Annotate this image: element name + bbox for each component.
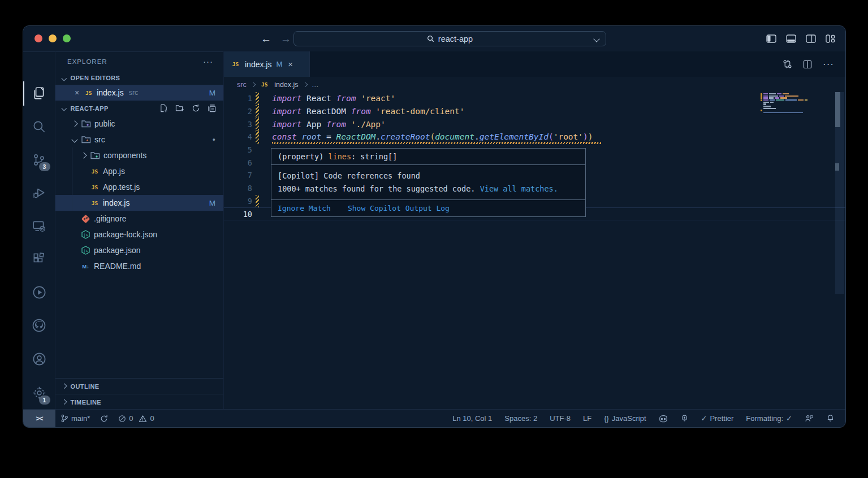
line-number: 8 [224,184,252,193]
code-text: import React from 'react' [259,94,395,103]
tree-item-appjs[interactable]: JS App.js [55,163,223,179]
folder-icon [90,151,100,159]
git-branch-icon [61,414,68,423]
language-mode[interactable]: {}JavaScript [598,410,652,427]
toggle-panel-icon[interactable] [786,34,796,43]
encoding[interactable]: UTF-8 [543,410,577,427]
new-folder-icon[interactable] [175,104,184,112]
open-changes-icon[interactable] [783,59,792,69]
cursor-position[interactable]: Ln 10, Col 1 [446,410,498,427]
notifications-status[interactable] [820,410,841,427]
eol[interactable]: LF [577,410,598,427]
activity-run-debug[interactable] [23,176,55,210]
open-editor-item-indexjs[interactable]: × JS index.js src M [55,85,223,101]
minimize-window-button[interactable] [49,34,57,42]
toggle-secondary-sidebar-icon[interactable] [806,34,816,43]
activity-settings[interactable]: 1 [23,376,55,410]
view-all-matches-link[interactable]: View all matches. [480,184,558,193]
show-copilot-output-link[interactable]: Show Copilot Output Log [348,204,450,212]
code-line[interactable]: 3import App from './App' [224,118,845,131]
timeline-label: TIMELINE [71,399,102,406]
remote-indicator[interactable]: >< [23,410,55,427]
scrollbar-thumb[interactable] [835,92,840,127]
command-center[interactable]: react-app [293,31,606,46]
breadcrumb-src[interactable]: src [237,81,247,89]
tab-bar: JS index.js M × ··· [224,51,845,77]
copilot-status[interactable] [653,410,674,427]
breadcrumb-symbol[interactable]: … [312,81,319,89]
indentation[interactable]: Spaces: 2 [498,410,543,427]
back-arrow-icon[interactable]: ← [261,33,271,45]
scrollbar-track[interactable] [835,92,844,294]
split-editor-icon[interactable] [803,60,812,69]
tree-item-apptestjs[interactable]: JS App.test.js [55,179,223,195]
notifications-extension-status[interactable] [674,410,695,427]
chevron-down-icon [71,136,77,142]
open-editors-header[interactable]: OPEN EDITORS [55,71,223,85]
project-header[interactable]: REACT-APP [55,101,223,116]
activity-accounts[interactable] [23,342,55,376]
code-text: const root = ReactDOM.createRoot(documen… [259,132,593,141]
activity-live-preview[interactable] [23,276,55,309]
new-file-icon[interactable] [159,104,168,112]
files-icon [32,86,46,101]
account-icon [32,351,47,367]
vscode-window: ← → react-app [23,25,846,428]
customize-layout-icon[interactable] [826,34,835,43]
activity-search[interactable] [23,110,55,144]
line-number: 5 [224,145,252,154]
timeline-section[interactable]: TIMELINE [55,394,223,410]
code-line[interactable]: 1import React from 'react' [224,92,845,105]
activity-source-control[interactable]: 3 [23,143,55,176]
breadcrumb[interactable]: src JS index.js … [224,77,845,92]
tree-item-gitignore[interactable]: .gitignore [55,211,223,227]
chevron-down-icon[interactable] [593,36,599,42]
tree-item-readme[interactable]: M↓ README.md [55,258,223,274]
activity-extensions[interactable] [23,242,55,276]
breadcrumb-file[interactable]: index.js [274,81,298,89]
tab-indexjs[interactable]: JS index.js M × [224,51,310,77]
refresh-icon[interactable] [192,104,200,112]
tooltip-copilot-section: [Copilot] Code references found 1000+ ma… [271,165,585,200]
branch-status[interactable]: main* [55,410,95,427]
status-bar: >< main* 0 0 Ln 10, Col 1 Spaces: 2 UTF-… [23,409,845,427]
copilot-title: [Copilot] Code references found [278,170,579,182]
ignore-match-link[interactable]: Ignore Match [278,204,331,212]
code-line[interactable]: 2import ReactDOM from 'react-dom/client' [224,105,845,118]
activity-github[interactable] [23,308,55,342]
problems-status[interactable]: 0 0 [113,410,159,427]
minimap-row [761,110,814,111]
tree-item-src[interactable]: src ● [55,132,223,147]
tree-item-components[interactable]: components [55,147,223,163]
forward-arrow-icon[interactable]: → [280,33,291,45]
more-actions-icon[interactable]: ··· [203,57,213,66]
chevron-right-icon [303,82,307,87]
close-window-button[interactable] [34,34,42,42]
prettier-status[interactable]: ✓ Prettier [695,410,740,427]
activity-remote-explorer[interactable] [23,210,55,243]
feedback-status[interactable] [798,410,820,427]
outline-section[interactable]: OUTLINE [55,378,223,394]
minimap[interactable] [761,93,814,114]
activity-explorer[interactable] [23,77,55,110]
code-line[interactable]: 4const root = ReactDOM.createRoot(docume… [224,131,845,144]
code-area[interactable]: 1import React from 'react'2import ReactD… [224,92,845,410]
tree-item-indexjs[interactable]: JS index.js M [55,195,223,211]
braces-icon: {} [604,414,609,423]
tree-item-public[interactable]: public [55,116,223,132]
tab-dirty-badge: M [276,60,282,68]
toggle-sidebar-icon[interactable] [766,34,776,43]
close-icon[interactable]: × [75,88,79,97]
zoom-window-button[interactable] [63,34,71,42]
more-actions-icon[interactable]: ··· [823,59,834,70]
tree-item-package-lock[interactable]: js package-lock.json [55,227,223,242]
copilot-icon [659,415,668,423]
modified-dot: ● [213,137,223,142]
tab-close-icon[interactable]: × [288,59,293,69]
minimap-row [761,103,814,105]
formatting-status[interactable]: Formatting: ✓ [740,410,798,427]
npm-package-icon: js [81,246,90,255]
collapse-all-icon[interactable] [208,104,216,112]
tree-item-package[interactable]: js package.json [55,242,223,258]
sync-status[interactable] [95,410,113,427]
